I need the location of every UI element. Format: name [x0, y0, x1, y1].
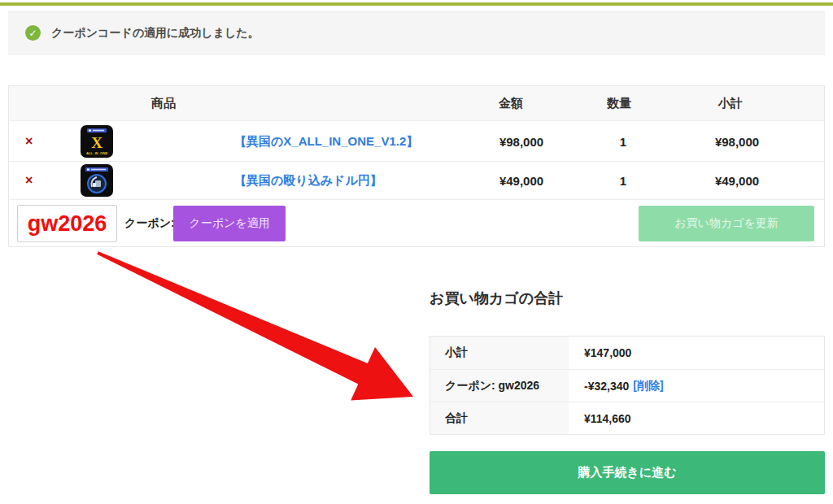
product-thumbnail[interactable] — [81, 164, 113, 197]
cart-totals-section: お買い物カゴの合計 小計 ¥147,000 クーポン: gw2026 -¥32,… — [430, 289, 825, 494]
total-row: 合計 ¥114,660 — [430, 402, 824, 434]
item-price: ¥49,000 — [462, 174, 581, 188]
item-subtotal: ¥49,000 — [682, 174, 792, 188]
item-quantity: 1 — [582, 174, 664, 188]
remove-coupon-link[interactable]: [削除] — [633, 379, 663, 393]
check-circle-icon: ✓ — [25, 25, 41, 41]
item-subtotal: ¥98,000 — [682, 134, 792, 148]
total-label: 合計 — [430, 402, 569, 434]
cart-totals-heading: お買い物カゴの合計 — [430, 289, 825, 308]
item-price: ¥98,000 — [462, 134, 581, 148]
product-thumbnail[interactable]: X ALL_IN_ONE — [81, 125, 113, 158]
product-name-link[interactable]: 【異国の殴り込みドル円】 — [234, 173, 382, 189]
coupon-discount-label: クーポン: gw2026 — [430, 370, 569, 402]
product-thumbnail-image: X ALL_IN_ONE — [81, 125, 113, 158]
page-accent-line — [0, 2, 833, 6]
product-name-link[interactable]: 【異国のX_ALL_IN_ONE_V1.2】 — [234, 133, 418, 149]
coupon-code-input[interactable] — [17, 205, 117, 242]
coupon-label: クーポン: — [124, 216, 175, 231]
coupon-discount-value: -¥32,340 [削除] — [569, 370, 824, 402]
proceed-to-checkout-button[interactable]: 購入手続きに進む — [430, 451, 825, 494]
coupon-discount-row: クーポン: gw2026 -¥32,340 [削除] — [430, 369, 824, 402]
apply-coupon-button[interactable]: クーポンを適用 — [173, 206, 286, 241]
header-price: 金額 — [462, 96, 560, 111]
product-thumbnail-image — [81, 164, 113, 197]
svg-text:X: X — [91, 134, 102, 151]
update-cart-button[interactable]: お買い物カゴを更新 — [639, 206, 814, 241]
svg-text:ALL_IN_ONE: ALL_IN_ONE — [86, 150, 107, 154]
header-quantity: 数量 — [570, 96, 668, 111]
table-row: × 【異国の殴り込みドル円】 ¥49,000 1 ¥49,000 — [9, 161, 824, 199]
cart-table: 商品 金額 数量 小計 × X ALL_IN_ONE 【異国のX_ALL_IN_… — [8, 85, 825, 247]
coupon-success-banner: ✓ クーポンコードの適用に成功しました。 — [8, 11, 825, 55]
table-row: × X ALL_IN_ONE 【異国のX_ALL_IN_ONE_V1.2】 ¥9… — [9, 120, 824, 161]
header-subtotal: 小計 — [682, 96, 779, 111]
discount-amount: -¥32,340 — [584, 380, 629, 393]
coupon-row: クーポン: クーポンを適用 お買い物カゴを更新 — [9, 199, 824, 246]
remove-item-button[interactable]: × — [25, 134, 33, 149]
coupon-success-message: クーポンコードの適用に成功しました。 — [51, 26, 259, 41]
subtotal-row: 小計 ¥147,000 — [430, 337, 824, 369]
total-value: ¥114,660 — [569, 402, 824, 434]
subtotal-label: 小計 — [430, 337, 569, 369]
cart-table-header: 商品 金額 数量 小計 — [9, 86, 824, 120]
header-product: 商品 — [115, 96, 212, 111]
subtotal-value: ¥147,000 — [569, 337, 824, 369]
remove-item-button[interactable]: × — [25, 173, 33, 188]
item-quantity: 1 — [582, 134, 664, 148]
cart-totals-table: 小計 ¥147,000 クーポン: gw2026 -¥32,340 [削除] 合… — [430, 336, 825, 435]
